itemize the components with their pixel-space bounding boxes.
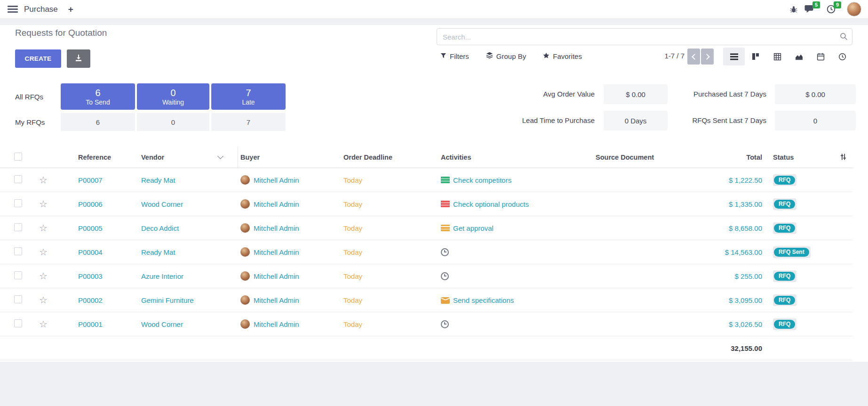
activity-cell[interactable]: Send specifications [441, 296, 596, 304]
vendor-link[interactable]: Azure Interior [141, 272, 183, 280]
row-checkbox[interactable] [14, 295, 22, 303]
table-row[interactable]: P00004 Ready Mat Mitchell Admin Today $ … [0, 240, 852, 264]
activity-view-button[interactable] [831, 48, 853, 65]
list-view-button[interactable] [723, 48, 745, 65]
activity-icon[interactable] [441, 272, 449, 280]
buyer-link[interactable]: Mitchell Admin [254, 176, 299, 184]
reference-link[interactable]: P00003 [78, 272, 103, 280]
activity-cell[interactable]: Check competitors [441, 176, 596, 184]
search-icon[interactable] [840, 32, 848, 42]
row-checkbox[interactable] [14, 319, 22, 327]
pager-next-button[interactable] [701, 49, 714, 65]
activities-count-badge: 9 [834, 1, 841, 8]
row-checkbox[interactable] [14, 247, 22, 255]
to-send-tile[interactable]: 6 To Send [61, 83, 135, 110]
calendar-view-button[interactable] [810, 48, 831, 65]
favorite-star-icon[interactable] [39, 223, 48, 233]
activity-icon[interactable] [441, 176, 450, 184]
reference-link[interactable]: P00005 [78, 224, 103, 232]
activity-icon[interactable] [441, 320, 449, 328]
vendor-link[interactable]: Gemini Furniture [141, 296, 194, 304]
favorite-star-icon[interactable] [39, 199, 48, 209]
buyer-link[interactable]: Mitchell Admin [254, 320, 299, 328]
late-tile[interactable]: 7 Late [211, 83, 286, 110]
pivot-view-button[interactable] [766, 48, 788, 65]
table-row[interactable]: P00005 Deco Addict Mitchell Admin Today … [0, 216, 852, 240]
activities-clock-icon[interactable]: 9 [827, 5, 836, 14]
export-button[interactable] [67, 49, 90, 68]
debug-bug-icon[interactable] [790, 6, 797, 13]
header-activities[interactable]: Activities [441, 154, 596, 161]
activity-cell[interactable]: Check optional products [441, 200, 596, 208]
filters-button[interactable]: Filters [440, 52, 469, 60]
buyer-link[interactable]: Mitchell Admin [254, 224, 299, 232]
table-row[interactable]: P00001 Wood Corner Mitchell Admin Today … [0, 312, 852, 336]
activity-icon[interactable] [441, 297, 450, 304]
new-tab-button[interactable]: + [68, 5, 73, 14]
my-late-tile[interactable]: 7 [211, 113, 286, 131]
header-order-deadline[interactable]: Order Deadline [343, 154, 441, 161]
kanban-view-button[interactable] [745, 48, 766, 65]
favorite-star-icon[interactable] [39, 319, 48, 329]
reference-link[interactable]: P00001 [78, 320, 103, 328]
favorite-star-icon[interactable] [39, 247, 48, 257]
vendor-link[interactable]: Wood Corner [141, 320, 183, 328]
my-waiting-tile[interactable]: 0 [137, 113, 209, 131]
vendor-link[interactable]: Deco Addict [141, 224, 179, 232]
vendor-link[interactable]: Ready Mat [141, 248, 175, 256]
optional-columns-icon[interactable] [840, 153, 847, 162]
activity-cell[interactable] [441, 272, 596, 280]
create-button[interactable]: CREATE [15, 49, 61, 68]
activity-icon[interactable] [441, 248, 449, 256]
reference-link[interactable]: P00007 [78, 176, 103, 184]
header-vendor[interactable]: Vendor [119, 146, 238, 168]
search-input[interactable] [437, 28, 852, 45]
activity-label[interactable]: Get approval [453, 224, 494, 232]
activity-icon[interactable] [441, 224, 450, 232]
buyer-link[interactable]: Mitchell Admin [254, 248, 299, 256]
row-checkbox[interactable] [14, 199, 22, 207]
row-checkbox[interactable] [14, 271, 22, 279]
row-checkbox[interactable] [14, 223, 22, 231]
activity-label[interactable]: Check competitors [453, 176, 511, 184]
reference-link[interactable]: P00004 [78, 248, 103, 256]
favorite-star-icon[interactable] [39, 175, 48, 185]
table-row[interactable]: P00006 Wood Corner Mitchell Admin Today … [0, 192, 852, 216]
pager-previous-button[interactable] [687, 49, 700, 65]
group-by-button[interactable]: Group By [486, 52, 526, 60]
row-checkbox[interactable] [14, 175, 22, 183]
favorite-star-icon[interactable] [39, 295, 48, 305]
buyer-link[interactable]: Mitchell Admin [254, 296, 299, 304]
vendor-link[interactable]: Wood Corner [141, 200, 183, 208]
table-row[interactable]: P00007 Ready Mat Mitchell Admin Today Ch… [0, 168, 852, 192]
messages-icon[interactable]: 5 [804, 5, 814, 14]
favorite-star-icon[interactable] [39, 271, 48, 281]
activity-icon[interactable] [441, 200, 450, 208]
header-source-document[interactable]: Source Document [596, 154, 715, 161]
activity-cell[interactable] [441, 320, 596, 328]
activity-cell[interactable]: Get approval [441, 224, 596, 232]
header-status[interactable]: Status [766, 154, 819, 161]
vendor-link[interactable]: Ready Mat [141, 176, 175, 184]
table-row[interactable]: P00002 Gemini Furniture Mitchell Admin T… [0, 288, 852, 312]
activity-label[interactable]: Send specifications [453, 296, 514, 304]
graph-view-button[interactable] [788, 48, 810, 65]
buyer-link[interactable]: Mitchell Admin [254, 200, 299, 208]
reference-link[interactable]: P00002 [78, 296, 103, 304]
activity-label[interactable]: Check optional products [453, 200, 529, 208]
table-row[interactable]: P00003 Azure Interior Mitchell Admin Tod… [0, 264, 852, 288]
header-buyer[interactable]: Buyer [238, 154, 343, 161]
waiting-tile[interactable]: 0 Waiting [137, 83, 209, 110]
header-total[interactable]: Total [715, 154, 766, 161]
reference-link[interactable]: P00006 [78, 200, 103, 208]
header-reference[interactable]: Reference [56, 154, 119, 161]
my-to-send-tile[interactable]: 6 [61, 113, 135, 131]
activity-cell[interactable] [441, 248, 596, 256]
app-name[interactable]: Purchase [24, 5, 58, 14]
buyer-link[interactable]: Mitchell Admin [254, 272, 299, 280]
hamburger-menu-icon[interactable] [8, 6, 18, 13]
select-all-checkbox[interactable] [14, 153, 22, 161]
layers-icon [486, 52, 493, 60]
favorites-button[interactable]: Favorites [543, 52, 582, 60]
user-avatar[interactable] [847, 2, 861, 16]
